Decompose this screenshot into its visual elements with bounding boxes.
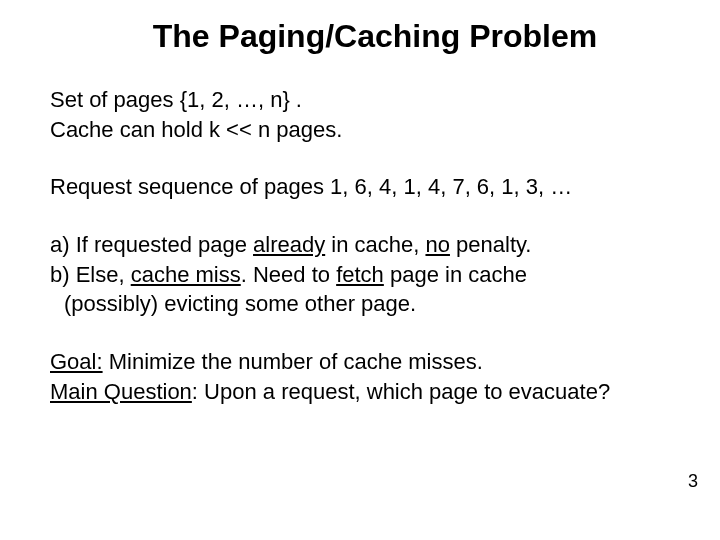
case-b-post: page in cache — [384, 262, 527, 287]
goal-line: Goal: Minimize the number of cache misse… — [50, 347, 680, 377]
case-b-mid: . Need to — [241, 262, 336, 287]
case-a-already: already — [253, 232, 325, 257]
case-a-mid: in cache, — [325, 232, 425, 257]
main-question-text: : Upon a request, which page to evacuate… — [192, 379, 610, 404]
case-a: a) If requested page already in cache, n… — [50, 230, 680, 260]
case-b-pre: b) Else, — [50, 262, 131, 287]
slide: The Paging/Caching Problem Set of pages … — [0, 0, 720, 540]
case-b-line2: (possibly) evicting some other page. — [50, 289, 680, 319]
slide-title: The Paging/Caching Problem — [50, 18, 680, 55]
case-a-post: penalty. — [450, 232, 532, 257]
setup-paragraph: Set of pages {1, 2, …, n} . Cache can ho… — [50, 85, 680, 144]
cases-paragraph: a) If requested page already in cache, n… — [50, 230, 680, 319]
case-b-miss: cache miss — [131, 262, 241, 287]
main-question-label: Main Question — [50, 379, 192, 404]
case-a-no: no — [425, 232, 449, 257]
case-b-fetch: fetch — [336, 262, 384, 287]
goal-paragraph: Goal: Minimize the number of cache misse… — [50, 347, 680, 406]
goal-label: Goal: — [50, 349, 103, 374]
page-number: 3 — [688, 471, 698, 492]
request-sequence: Request sequence of pages 1, 6, 4, 1, 4,… — [50, 172, 680, 202]
setup-line-1: Set of pages {1, 2, …, n} . — [50, 85, 680, 115]
main-question-line: Main Question: Upon a request, which pag… — [50, 377, 680, 407]
case-a-pre: a) If requested page — [50, 232, 253, 257]
case-b-line1: b) Else, cache miss. Need to fetch page … — [50, 260, 680, 290]
setup-line-2: Cache can hold k << n pages. — [50, 115, 680, 145]
goal-text: Minimize the number of cache misses. — [103, 349, 483, 374]
